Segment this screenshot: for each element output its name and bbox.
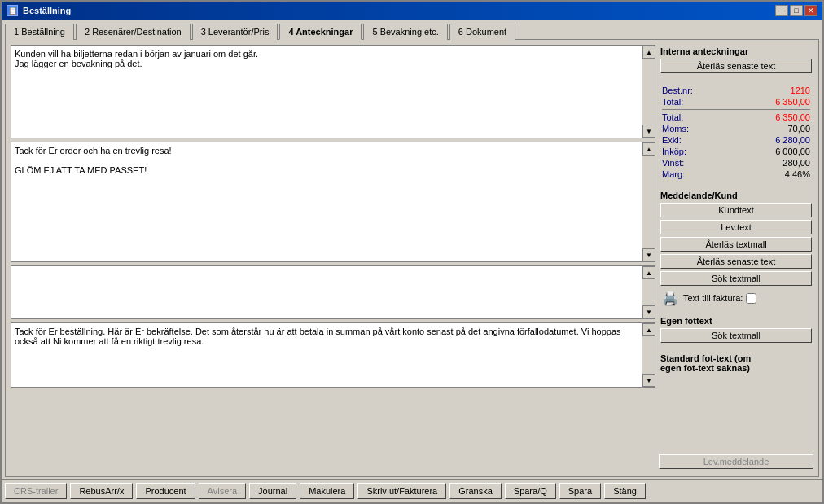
stang-btn[interactable]: Stäng xyxy=(604,483,646,499)
left-panel: ▲ ▼ ▲ ▼ ▲ ▼ xyxy=(11,45,655,471)
title-bar: 📋 Beställning — □ ✕ xyxy=(2,2,822,20)
tab-bevakning[interactable]: 5 Bevakning etc. xyxy=(363,24,447,40)
sok-textmall-btn1[interactable]: Sök textmall xyxy=(660,271,812,286)
makulera-btn[interactable]: Makulera xyxy=(300,483,354,499)
scroll-track2 xyxy=(642,156,655,248)
window-icon: 📋 xyxy=(7,5,18,16)
spara-btn[interactable]: Spara xyxy=(559,483,601,499)
textarea2[interactable] xyxy=(11,142,642,259)
exkl-label: Exkl: xyxy=(662,135,682,145)
close-button[interactable]: ✕ xyxy=(804,5,817,16)
total2-value: 6 350,00 xyxy=(775,112,810,122)
total1-value: 6 350,00 xyxy=(775,97,810,107)
content-area: ▲ ▼ ▲ ▼ ▲ ▼ xyxy=(5,39,819,477)
aterlase-senaste-btn1[interactable]: Återläs senaste text xyxy=(660,59,812,73)
producent-btn[interactable]: Producent xyxy=(136,483,195,499)
scrollbar3[interactable]: ▲ ▼ xyxy=(642,266,655,318)
spara-q-btn[interactable]: Spara/Q xyxy=(505,483,556,499)
tab-resenarer[interactable]: 2 Resenärer/Destination xyxy=(76,24,191,40)
scroll-up-btn3[interactable]: ▲ xyxy=(642,266,655,279)
vinst-label: Vinst: xyxy=(662,158,684,168)
bottom-bar: CRS-trailer RebusArr/x Producent Avisera… xyxy=(2,479,822,502)
window-title: Beställning xyxy=(23,6,71,15)
textarea2-wrapper: ▲ ▼ xyxy=(11,142,655,262)
crs-trailer-btn[interactable]: CRS-trailer xyxy=(5,483,67,499)
inkop-value: 6 000,00 xyxy=(775,147,810,156)
text-to-invoice-row: 🖨️ Text till faktura: xyxy=(660,288,812,308)
textarea1-wrapper: ▲ ▼ xyxy=(11,45,655,138)
text-till-faktura-checkbox[interactable] xyxy=(746,293,756,304)
moms-value: 70,00 xyxy=(787,124,810,134)
aterlase-textmall-btn[interactable]: Återläs textmall xyxy=(660,237,812,252)
lev-btn-area: Lev.meddelande xyxy=(659,454,813,471)
total2-label: Total: xyxy=(662,112,683,122)
scroll-track3 xyxy=(642,279,655,305)
scroll-up-btn2[interactable]: ▲ xyxy=(642,142,655,156)
exkl-value: 6 280,00 xyxy=(775,135,810,145)
scroll-track1 xyxy=(642,59,655,125)
granska-btn[interactable]: Granska xyxy=(449,483,502,499)
maximize-button[interactable]: □ xyxy=(790,5,803,16)
marg-label: Marg: xyxy=(662,169,685,179)
avisera-btn[interactable]: Avisera xyxy=(199,483,246,499)
scroll-down-btn3[interactable]: ▼ xyxy=(642,305,655,318)
fottext-header: Egen fottext xyxy=(660,316,812,326)
journal-btn[interactable]: Journal xyxy=(249,483,296,499)
marg-value: 4,46% xyxy=(785,169,810,179)
tab-bestallning[interactable]: 1 Beställning xyxy=(5,24,74,40)
vinst-value: 280,00 xyxy=(782,158,810,168)
scroll-up-btn1[interactable]: ▲ xyxy=(642,46,655,59)
inkop-row: Inköp: 6 000,00 xyxy=(662,147,810,156)
best-nr-value: 1210 xyxy=(791,85,810,95)
tab-leverantor[interactable]: 3 Leverantör/Pris xyxy=(192,24,278,40)
aterlase-senaste-btn2[interactable]: Återläs senaste text xyxy=(660,254,812,269)
main-window: 📋 Beställning — □ ✕ 1 Beställning 2 Rese… xyxy=(0,0,824,504)
moms-row: Moms: 70,00 xyxy=(662,124,810,134)
kundtext-btn[interactable]: Kundtext xyxy=(660,203,812,217)
textarea4-wrapper: ▲ ▼ xyxy=(11,322,655,388)
vinst-row: Vinst: 280,00 xyxy=(662,158,810,168)
total1-row: Total: 6 350,00 xyxy=(662,97,810,107)
meddelande-section: Meddelande/Kund Kundtext Lev.text Återlä… xyxy=(659,189,813,309)
lev-meddelande-btn[interactable]: Lev.meddelande xyxy=(659,454,813,469)
sok-textmall-btn2[interactable]: Sök textmall xyxy=(660,328,812,343)
scroll-up-btn4[interactable]: ▲ xyxy=(642,323,655,336)
moms-label: Moms: xyxy=(662,124,689,134)
scrollbar4[interactable]: ▲ ▼ xyxy=(642,323,655,387)
best-nr-label: Best.nr: xyxy=(662,85,693,95)
scrollbar1[interactable]: ▲ ▼ xyxy=(642,46,655,138)
meddelande-header: Meddelande/Kund xyxy=(660,191,812,200)
standard-fottext-header: Standard fot-text (om egen fot-text sakn… xyxy=(660,353,812,373)
scroll-down-btn2[interactable]: ▼ xyxy=(642,248,655,261)
rebus-arr-btn[interactable]: RebusArr/x xyxy=(70,483,133,499)
skriv-ut-btn[interactable]: Skriv ut/Fakturera xyxy=(357,483,446,499)
tab-dokument[interactable]: 6 Dokument xyxy=(449,24,515,40)
exkl-row: Exkl: 6 280,00 xyxy=(662,135,810,145)
interna-header: Interna anteckningar xyxy=(660,46,812,56)
textarea4[interactable] xyxy=(11,323,642,384)
scroll-track4 xyxy=(642,336,655,374)
fottext-section: Egen fottext Sök textmall xyxy=(659,314,813,347)
scroll-down-btn1[interactable]: ▼ xyxy=(642,125,655,138)
info-box: Best.nr: 1210 Total: 6 350,00 Total: 6 3… xyxy=(659,82,813,184)
right-panel: Interna anteckningar Återläs senaste tex… xyxy=(659,45,813,471)
textarea3-wrapper: ▲ ▼ xyxy=(11,265,655,319)
invoice-icon: 🖨️ xyxy=(660,288,680,308)
total1-label: Total: xyxy=(662,97,683,107)
textarea3[interactable] xyxy=(11,266,642,316)
lev-text-btn[interactable]: Lev.text xyxy=(660,220,812,234)
textarea1[interactable] xyxy=(11,46,642,135)
best-nr-row: Best.nr: 1210 xyxy=(662,85,810,95)
interna-section: Interna anteckningar Återläs senaste tex… xyxy=(659,45,813,77)
standard-fottext-section: Standard fot-text (om egen fot-text sakn… xyxy=(659,352,813,377)
tab-anteckningar[interactable]: 4 Anteckningar xyxy=(279,24,362,40)
marg-row: Marg: 4,46% xyxy=(662,169,810,179)
text-till-faktura-label: Text till faktura: xyxy=(683,293,743,303)
minimize-button[interactable]: — xyxy=(775,5,788,16)
title-buttons: — □ ✕ xyxy=(775,5,817,16)
total2-row: Total: 6 350,00 xyxy=(662,112,810,122)
title-bar-left: 📋 Beställning xyxy=(7,5,71,16)
scroll-down-btn4[interactable]: ▼ xyxy=(642,374,655,387)
tab-bar: 1 Beställning 2 Resenärer/Destination 3 … xyxy=(2,20,822,39)
scrollbar2[interactable]: ▲ ▼ xyxy=(642,142,655,261)
